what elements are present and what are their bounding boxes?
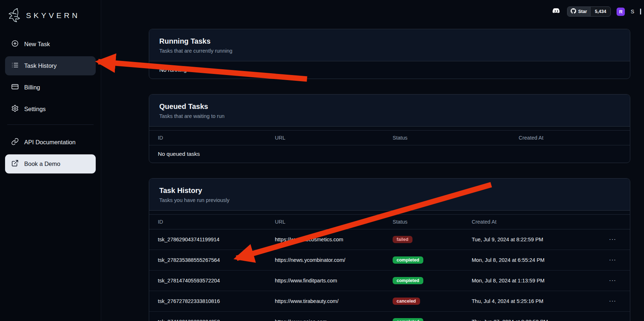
status-badge: completed [393,256,423,264]
sidebar: SKYVERN New Task Task History Billing Se… [0,0,101,321]
queued-table-header: ID URL Status Created At [149,130,630,145]
table-row[interactable]: tsk_278235388555267564 https://news.ycom… [149,250,630,271]
card-subtitle: Tasks that are currently running [159,48,620,54]
github-star-label: Star [578,9,587,14]
card-title: Running Tasks [159,37,620,45]
table-row[interactable]: tsk_274180139292204058 https://www.geico… [149,312,630,321]
github-star-count: 5,434 [591,7,610,16]
task-history-card: Task History Tasks you have run previous… [149,178,630,321]
sidebar-item-book-a-demo[interactable]: Book a Demo [5,154,96,173]
clipped-element [640,9,641,14]
sidebar-item-label: New Task [24,41,50,48]
table-row[interactable]: tsk_278147405593572204 https://www.findi… [149,271,630,291]
running-tasks-card: Running Tasks Tasks that are currently r… [149,29,630,79]
discord-icon [551,7,561,16]
queued-tasks-card: Queued Tasks Tasks that are waiting to r… [149,94,630,163]
task-created-cell: Thu, Jul 4, 2024 at 5:25:16 PM [472,293,607,310]
task-id-cell: tsk_278235388555267564 [149,251,275,269]
running-tasks-header: Running Tasks Tasks that are currently r… [149,29,630,61]
status-badge: completed [393,318,423,321]
external-link-icon [11,159,19,168]
column-header-id: ID [149,131,275,145]
table-row[interactable]: tsk_278629043741199914 https://www.iteco… [149,229,630,250]
logo: SKYVERN [5,5,96,35]
column-header-created-at: Created At [519,131,630,145]
sidebar-item-api-documentation[interactable]: API Documentation [5,133,96,152]
task-history-header: Task History Tasks you have run previous… [149,179,630,211]
sidebar-item-settings[interactable]: Settings [5,100,96,119]
avatar[interactable]: R [617,8,625,16]
user-label: S [631,9,634,14]
running-empty-state: No running tasks [149,61,630,79]
queued-empty-state: No queued tasks [149,145,630,163]
column-header-id: ID [149,215,275,229]
github-icon [571,8,576,15]
task-url-cell: https://www.tirabeauty.com/ [275,293,393,310]
top-bar: Star 5,434 R S [551,6,641,17]
sidebar-divider [7,124,94,125]
task-id-cell: tsk_274180139292204058 [149,313,275,321]
task-url-cell: https://news.ycombinator.com/ [275,251,393,269]
card-title: Queued Tasks [159,102,620,111]
task-created-cell: Tue, Jul 9, 2024 at 8:22:59 PM [472,231,607,248]
column-header-url: URL [275,215,393,229]
task-url-cell: https://www.geico.com [275,313,393,321]
sidebar-item-new-task[interactable]: New Task [5,35,96,54]
link-icon [11,138,19,147]
sidebar-item-billing[interactable]: Billing [5,78,96,97]
task-created-cell: Mon, Jul 8, 2024 at 1:13:59 PM [472,272,607,289]
column-header-created-at: Created At [472,215,607,229]
plus-circle-icon [11,40,19,49]
task-id-cell: tsk_278147405593572204 [149,272,275,289]
row-actions-button[interactable]: ··· [607,256,618,264]
card-subtitle: Tasks that are waiting to run [159,113,620,119]
task-id-cell: tsk_276727822333810816 [149,293,275,310]
list-icon [11,61,19,70]
history-table-header: ID URL Status Created At [149,214,630,229]
status-badge: canceled [393,298,420,305]
card-title: Task History [159,186,620,195]
status-badge: completed [393,277,423,284]
sidebar-item-task-history[interactable]: Task History [5,56,96,75]
skyvern-logo-icon [7,7,22,24]
queued-tasks-header: Queued Tasks Tasks that are waiting to r… [149,94,630,127]
gear-icon [11,105,19,114]
sidebar-item-label: Billing [24,84,40,91]
main-content: Running Tasks Tasks that are currently r… [101,0,644,321]
task-url-cell: https://www.finditparts.com [275,272,393,289]
credit-card-icon [11,83,19,92]
sidebar-item-label: Book a Demo [24,160,60,167]
sidebar-item-label: Settings [24,106,46,113]
task-created-cell: Thu, Jun 27, 2024 at 8:38:58 PM [472,313,607,321]
status-badge: failed [393,236,412,243]
row-actions-button[interactable]: ··· [607,235,618,244]
app-title: SKYVERN [26,11,80,20]
row-actions-button[interactable]: ··· [607,317,618,321]
row-actions-button[interactable]: ··· [607,276,618,285]
column-header-actions [607,217,630,226]
row-actions-button[interactable]: ··· [607,297,618,305]
task-url-cell: https://www.itecosmetics.com [275,231,393,248]
table-row[interactable]: tsk_276727822333810816 https://www.tirab… [149,291,630,312]
discord-button[interactable] [551,7,561,16]
github-star-button[interactable]: Star 5,434 [567,6,611,17]
sidebar-item-label: API Documentation [24,139,75,146]
column-header-url: URL [275,131,393,145]
task-id-cell: tsk_278629043741199914 [149,231,275,248]
task-created-cell: Mon, Jul 8, 2024 at 6:55:24 PM [472,251,607,269]
column-header-status: Status [393,215,472,229]
sidebar-item-label: Task History [24,62,57,69]
card-subtitle: Tasks you have run previously [159,197,620,203]
column-header-status: Status [393,131,519,145]
